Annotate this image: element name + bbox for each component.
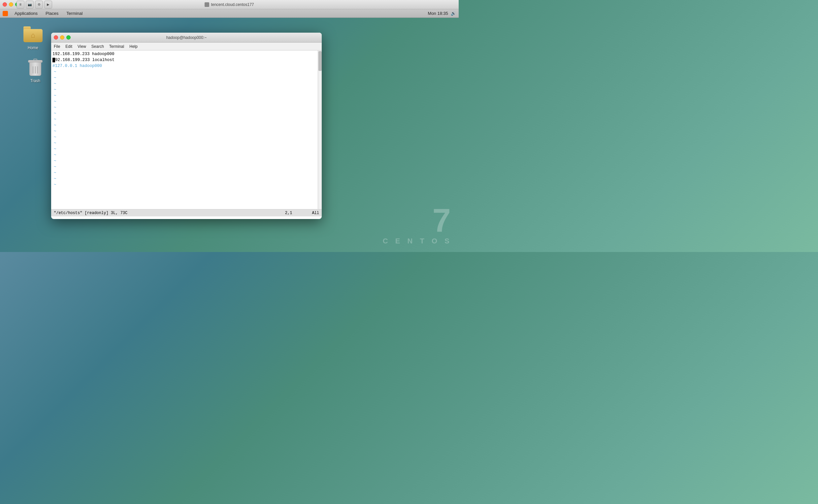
folder-body: ⌂	[23, 29, 43, 42]
terminal-menu-file[interactable]: File	[54, 44, 60, 49]
vim-editor[interactable]: 192.168.199.233 hadoop000 92.168.199.233…	[51, 50, 318, 209]
home-icon-label: Home	[28, 46, 38, 50]
vim-tilde-7: ~	[52, 105, 316, 110]
centos-version-text: C E N T O S	[383, 237, 452, 245]
vim-tilde-17: ~	[52, 164, 316, 170]
desktop-icon-trash[interactable]: Trash	[22, 57, 48, 83]
terminal-menubar: File Edit View Search Terminal Help	[51, 43, 322, 50]
datetime-label: Mon 18:35	[428, 11, 448, 16]
terminal-menu-search[interactable]: Search	[91, 44, 104, 49]
vim-tilde-10: ~	[52, 122, 316, 128]
volume-icon[interactable]: 🔊	[451, 11, 456, 16]
vim-tilde-5: ~	[52, 93, 316, 99]
menu-terminal[interactable]: Terminal	[65, 10, 84, 16]
terminal-titlebar: hadoop@hadoop000:~	[51, 33, 322, 43]
terminal-title: hadoop@hadoop000:~	[166, 35, 207, 40]
vim-tilde-11: ~	[52, 128, 316, 134]
menu-bar-left: Applications Places Terminal	[3, 10, 84, 16]
trash-icon-label: Trash	[30, 79, 40, 83]
vim-statusbar-scroll: All	[312, 211, 319, 215]
vim-tilde-16: ~	[52, 158, 316, 164]
vim-tilde-20: ~	[52, 182, 316, 188]
os-titlebar: ⏸ 📷 ⚙ ▶ tencent.cloud.centos177	[0, 0, 459, 9]
trash-body	[29, 62, 41, 76]
centos-watermark: 7 C E N T O S	[383, 204, 452, 245]
menu-places[interactable]: Places	[44, 10, 60, 16]
titlebar-controls: ⏸ 📷 ⚙ ▶	[16, 1, 52, 9]
vim-line-1-text: 192.168.199.233 hadoop000	[52, 51, 114, 57]
terminal-menu-edit[interactable]: Edit	[65, 44, 72, 49]
vim-statusbar-position: 2,1	[285, 211, 292, 215]
menu-bar-right: Mon 18:35 🔊	[428, 11, 456, 16]
vim-tilde-9: ~	[52, 116, 316, 122]
terminal-window: hadoop@hadoop000:~ File Edit View Search…	[51, 33, 322, 219]
vim-tilde-12: ~	[52, 134, 316, 140]
menu-bar: Applications Places Terminal Mon 18:35 🔊	[0, 9, 459, 18]
menu-applications[interactable]: Applications	[13, 10, 39, 16]
terminal-menu-terminal[interactable]: Terminal	[109, 44, 124, 49]
vim-tilde-13: ~	[52, 140, 316, 146]
trash-lines	[33, 66, 38, 74]
terminal-window-buttons	[54, 35, 71, 40]
vim-tilde-8: ~	[52, 110, 316, 116]
vim-line-2-cursor: 92.168.199.233 localhost	[52, 57, 114, 63]
centos-version-number: 7	[383, 204, 452, 237]
vim-line-3-text: #127.0.0.1 hadoop000	[52, 63, 102, 69]
home-folder-icon: ⌂	[23, 24, 43, 44]
vim-tilde-4: ~	[52, 87, 316, 93]
settings-button[interactable]: ⚙	[35, 1, 43, 9]
scrollbar-thumb[interactable]	[318, 51, 322, 71]
close-button[interactable]	[3, 2, 7, 7]
vim-tilde-19: ~	[52, 176, 316, 182]
terminal-maximize-button[interactable]	[66, 35, 71, 40]
vim-line-3: #127.0.0.1 hadoop000	[52, 63, 316, 69]
terminal-content[interactable]: 192.168.199.233 hadoop000 92.168.199.233…	[51, 50, 322, 209]
vim-tilde-15: ~	[52, 152, 316, 158]
os-title: tencent.cloud.centos177	[204, 2, 254, 7]
vim-statusbar: "/etc/hosts" [readonly] 3L, 73C 2,1 All	[51, 209, 322, 216]
desktop: ⌂ Home Trash 7 C E N T	[0, 18, 459, 252]
vim-statusbar-filename: "/etc/hosts" [readonly] 3L, 73C	[54, 211, 127, 215]
pause-button[interactable]: ⏸	[16, 1, 24, 9]
terminal-menu-help[interactable]: Help	[129, 44, 138, 49]
vim-tilde-18: ~	[52, 170, 316, 176]
trash-can-icon	[25, 57, 45, 77]
home-symbol: ⌂	[31, 31, 35, 40]
vim-tilde-3: ~	[52, 81, 316, 87]
vim-tilde-6: ~	[52, 99, 316, 105]
vim-tilde-1: ~	[52, 69, 316, 75]
title-icon	[204, 2, 209, 7]
vim-line-2: 92.168.199.233 localhost	[52, 57, 316, 63]
vim-line-1: 192.168.199.233 hadoop000	[52, 51, 316, 57]
terminal-scrollbar[interactable]	[318, 50, 322, 209]
vim-tilde-14: ~	[52, 146, 316, 152]
snapshot-button[interactable]: 📷	[26, 1, 34, 9]
vim-tilde-2: ~	[52, 75, 316, 81]
next-button[interactable]: ▶	[44, 1, 52, 9]
minimize-button[interactable]	[9, 2, 13, 7]
apps-icon	[3, 11, 8, 16]
terminal-minimize-button[interactable]	[60, 35, 64, 40]
desktop-icon-home[interactable]: ⌂ Home	[20, 24, 46, 50]
terminal-menu-view[interactable]: View	[78, 44, 86, 49]
terminal-close-button[interactable]	[54, 35, 58, 40]
vim-statusbar-right: 2,1 All	[285, 211, 319, 215]
